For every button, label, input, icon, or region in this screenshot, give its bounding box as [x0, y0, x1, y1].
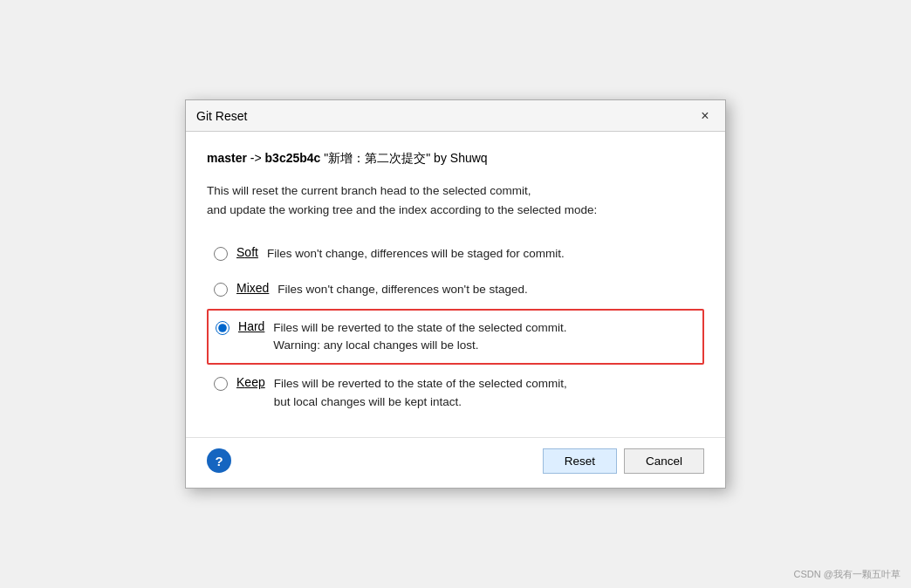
- arrow: ->: [250, 151, 262, 165]
- branch-name: master: [207, 151, 247, 165]
- option-mixed: Mixed Files won't change, differences wo…: [207, 272, 704, 307]
- radio-soft[interactable]: [214, 247, 228, 261]
- option-soft: Soft Files won't change, differences wil…: [207, 236, 704, 271]
- dialog-footer: ? Reset Cancel: [186, 437, 725, 488]
- option-keep-desc: Files will be reverted to the state of t…: [274, 375, 567, 411]
- close-button[interactable]: ×: [695, 106, 715, 126]
- radio-mixed[interactable]: [214, 283, 228, 297]
- commit-author: Shuwq: [450, 151, 488, 165]
- options-list: Soft Files won't change, differences wil…: [207, 236, 704, 420]
- commit-info: master -> b3c25b4c "新增：第二次提交" by Shuwq: [207, 149, 704, 168]
- option-hard-label[interactable]: Hard: [238, 319, 264, 333]
- option-soft-label[interactable]: Soft: [236, 245, 258, 259]
- git-reset-dialog: Git Reset × master -> b3c25b4c "新增：第二次提交…: [185, 99, 726, 489]
- radio-keep[interactable]: [214, 377, 228, 391]
- dialog-body: master -> b3c25b4c "新增：第二次提交" by Shuwq T…: [186, 132, 725, 437]
- option-keep: Keep Files will be reverted to the state…: [207, 366, 704, 420]
- title-bar: Git Reset ×: [186, 100, 725, 132]
- option-mixed-label[interactable]: Mixed: [236, 281, 269, 295]
- cancel-button[interactable]: Cancel: [624, 448, 704, 474]
- footer-buttons: Reset Cancel: [543, 448, 704, 474]
- option-mixed-desc: Files won't change, differences won't be…: [277, 281, 527, 298]
- watermark: CSDN @我有一颗五叶草: [794, 568, 901, 581]
- commit-message: "新增：第二次提交": [324, 151, 430, 165]
- radio-hard[interactable]: [216, 321, 229, 335]
- by-label: by: [434, 151, 447, 165]
- commit-hash: b3c25b4c: [265, 151, 321, 165]
- description-text: This will reset the current branch head …: [207, 181, 704, 219]
- option-keep-label[interactable]: Keep: [236, 375, 265, 389]
- option-soft-desc: Files won't change, differences will be …: [267, 245, 565, 263]
- option-hard: Hard Files will be reverted to the state…: [207, 309, 704, 366]
- help-button[interactable]: ?: [207, 448, 231, 473]
- option-hard-desc: Files will be reverted to the state of t…: [273, 319, 566, 355]
- reset-button[interactable]: Reset: [543, 448, 617, 474]
- dialog-title: Git Reset: [196, 109, 247, 123]
